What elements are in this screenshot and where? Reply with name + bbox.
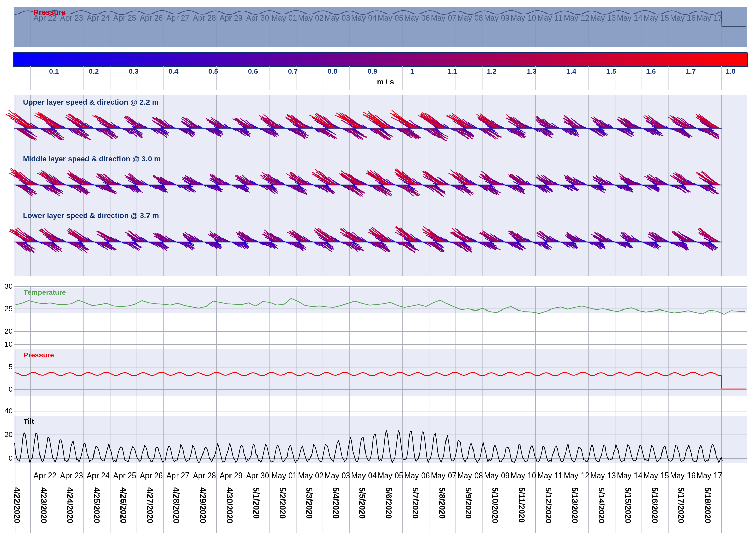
xaxis-date-label-rotated: 4/30/2020 xyxy=(225,487,234,523)
xaxis-date-label-rotated: 5/4/2020 xyxy=(331,487,341,519)
pressure-ytick-0: 0 xyxy=(0,385,13,394)
xaxis-day-label: Apr 22 xyxy=(32,471,58,480)
xaxis-day-label: Apr 29 xyxy=(218,471,244,480)
xaxis-date-label-rotated: 4/23/2020 xyxy=(39,487,48,523)
xaxis-date-label-rotated: 5/3/2020 xyxy=(304,487,314,519)
xaxis-date-label-rotated: 5/18/2020 xyxy=(703,487,712,523)
navigator-day-label: May 09 xyxy=(483,14,510,23)
temperature-ytick-30: 30 xyxy=(0,282,13,291)
xaxis-day-label: May 10 xyxy=(510,471,537,480)
xaxis-day-label: May 02 xyxy=(297,471,324,480)
temperature-label: Temperature xyxy=(24,288,66,296)
xaxis-day-label: May 17 xyxy=(696,471,723,480)
navigator-day-label: May 04 xyxy=(351,14,377,23)
navigator-day-label: Apr 23 xyxy=(58,14,85,23)
xaxis-day-label: May 01 xyxy=(271,471,298,480)
colorbar-tick-label: 1.3 xyxy=(516,67,547,75)
xaxis-date-label-rotated: 5/11/2020 xyxy=(517,487,526,523)
xaxis-date-label-rotated: 4/24/2020 xyxy=(65,487,75,523)
xaxis-date-label-rotated: 5/9/2020 xyxy=(464,487,473,519)
xaxis-date-label-rotated: 5/5/2020 xyxy=(357,487,367,519)
xaxis-date-label-rotated: 4/29/2020 xyxy=(198,487,208,523)
navigator-day-label: May 01 xyxy=(271,14,298,23)
xaxis-date-label-rotated: 4/27/2020 xyxy=(145,487,155,523)
temperature-ytick-20: 20 xyxy=(0,327,13,336)
xaxis-day-label: May 12 xyxy=(563,471,590,480)
xaxis-date-label-rotated: 4/22/2020 xyxy=(12,487,22,523)
xaxis-day-label: May 11 xyxy=(537,471,563,480)
xaxis-date-label-rotated: 5/12/2020 xyxy=(544,487,553,523)
navigator-day-label: May 05 xyxy=(377,14,404,23)
colorbar-tick-label: 0.9 xyxy=(357,67,387,75)
colorbar-tick-label: 0.7 xyxy=(278,67,308,75)
colorbar-unit-label: m / s xyxy=(352,78,419,86)
pressure-ytick-5: 5 xyxy=(0,362,13,371)
xaxis-date-label-rotated: 5/7/2020 xyxy=(411,487,420,519)
tilt-label: Tilt xyxy=(24,417,34,425)
colorbar-tick-label: 1.7 xyxy=(676,67,706,75)
xaxis-day-label: May 14 xyxy=(616,471,643,480)
navigator-day-label: Apr 22 xyxy=(32,14,58,23)
xaxis-day-label: May 13 xyxy=(590,471,616,480)
tilt-ytick-40: 40 xyxy=(0,407,13,415)
xaxis-date-label-rotated: 5/17/2020 xyxy=(676,487,686,523)
tilt-ytick-0: 0 xyxy=(0,454,13,463)
navigator-day-label: May 14 xyxy=(616,14,643,23)
xaxis-date-label-rotated: 5/16/2020 xyxy=(650,487,659,523)
colorbar-tick-label: 0.1 xyxy=(39,67,69,75)
colorbar-tick-label: 1 xyxy=(397,67,427,75)
navigator-day-label: May 03 xyxy=(324,14,351,23)
xaxis-day-label: May 16 xyxy=(670,471,696,480)
colorbar-tick-label: 0.2 xyxy=(79,67,109,75)
navigator-day-label: May 16 xyxy=(670,14,696,23)
navigator-day-label: Apr 24 xyxy=(85,14,111,23)
chart-page: Pressure Apr 22Apr 23Apr 24Apr 25Apr 26A… xyxy=(0,0,756,540)
navigator-day-label: Apr 26 xyxy=(138,14,165,23)
xaxis-day-label: Apr 30 xyxy=(244,471,271,480)
pressure-label: Pressure xyxy=(24,351,54,359)
xaxis-day-label: May 07 xyxy=(430,471,457,480)
navigator-day-label: May 12 xyxy=(563,14,590,23)
xaxis-date-label-rotated: 5/8/2020 xyxy=(437,487,447,519)
colorbar-tick-label: 1.2 xyxy=(477,67,507,75)
xaxis-day-label: Apr 26 xyxy=(138,471,165,480)
navigator-day-label: Apr 29 xyxy=(218,14,244,23)
xaxis-date-label-rotated: 5/6/2020 xyxy=(384,487,394,519)
navigator-range-selector[interactable] xyxy=(14,7,747,47)
temperature-ytick-25: 25 xyxy=(0,304,13,313)
xaxis-date-label-rotated: 4/28/2020 xyxy=(171,487,181,523)
upper-layer-title: Upper layer speed & direction @ 2.2 m xyxy=(23,98,159,107)
xaxis-day-label: Apr 28 xyxy=(191,471,218,480)
colorbar-tick-label: 0.5 xyxy=(198,67,228,75)
colorbar-tick-label: 0.4 xyxy=(158,67,189,75)
colorbar-tick-label: 0.6 xyxy=(238,67,268,75)
colorbar-tick-label: 0.3 xyxy=(118,67,149,75)
navigator-day-label: Apr 28 xyxy=(191,14,218,23)
navigator-day-label: Apr 27 xyxy=(165,14,191,23)
navigator-day-label: Apr 30 xyxy=(244,14,271,23)
navigator-day-label: May 06 xyxy=(404,14,430,23)
colorbar-tick-label: 1.5 xyxy=(596,67,626,75)
navigator-day-label: Apr 25 xyxy=(111,14,138,23)
colorbar-tick-label: 1.8 xyxy=(716,67,746,75)
xaxis-date-label-rotated: 5/10/2020 xyxy=(490,487,500,523)
tilt-ytick-20: 20 xyxy=(0,430,13,439)
xaxis-day-label: May 04 xyxy=(351,471,377,480)
colorbar-tick-label: 1.4 xyxy=(556,67,587,75)
navigator-day-label: May 07 xyxy=(430,14,457,23)
navigator-day-label: May 08 xyxy=(457,14,484,23)
xaxis-day-label: May 15 xyxy=(643,471,670,480)
lower-layer-title: Lower layer speed & direction @ 3.7 m xyxy=(23,211,159,220)
xaxis-day-label: Apr 25 xyxy=(111,471,138,480)
xaxis-day-label: May 05 xyxy=(377,471,404,480)
xaxis-day-label: May 06 xyxy=(404,471,430,480)
pressure-ytick-10: 10 xyxy=(0,340,13,349)
xaxis-date-label-rotated: 4/25/2020 xyxy=(92,487,101,523)
navigator-day-label: May 13 xyxy=(590,14,616,23)
navigator-day-label: May 02 xyxy=(297,14,324,23)
xaxis-date-label-rotated: 5/15/2020 xyxy=(623,487,633,523)
colorbar-tick-label: 1.1 xyxy=(437,67,467,75)
xaxis-date-label-rotated: 5/14/2020 xyxy=(597,487,606,523)
navigator-day-label: May 10 xyxy=(510,14,537,23)
xaxis-day-label: Apr 27 xyxy=(165,471,191,480)
